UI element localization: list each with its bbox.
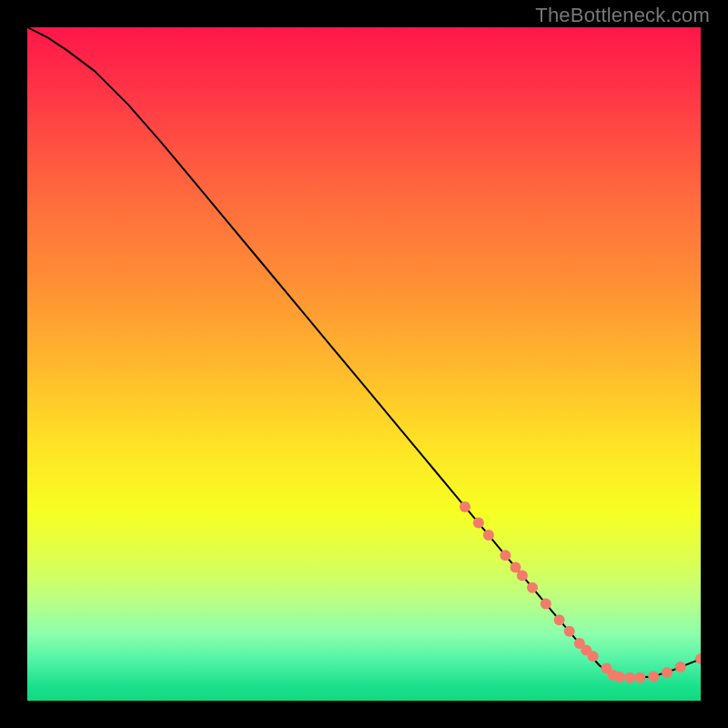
data-point [541,598,551,609]
data-point [564,626,575,637]
data-point [624,672,635,683]
data-point [588,651,599,662]
data-point [483,530,494,541]
chart-svg [27,27,701,701]
chart-container: TheBottleneck.com [0,0,728,728]
data-point [634,672,645,683]
data-point [662,667,672,678]
data-point [648,671,659,682]
data-point [614,672,625,682]
watermark-text: TheBottleneck.com [535,4,710,27]
data-point [517,570,528,581]
data-point [675,662,686,672]
data-point [460,501,470,512]
plot-area [27,27,701,701]
data-point [527,582,538,593]
data-point [473,518,484,529]
data-point [554,614,565,625]
data-point [500,550,511,561]
gradient-background [27,27,701,701]
